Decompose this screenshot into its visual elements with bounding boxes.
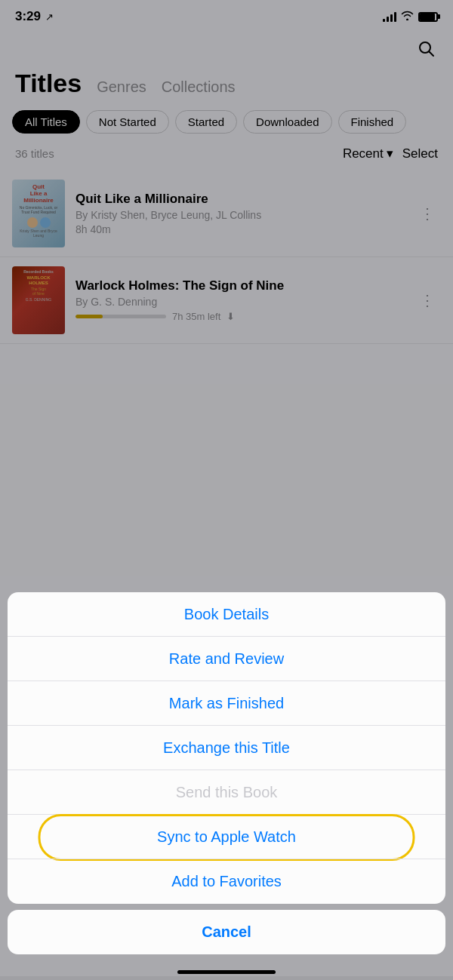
action-book-details[interactable]: Book Details: [8, 592, 445, 637]
action-rate-review[interactable]: Rate and Review: [8, 637, 445, 681]
action-sheet: Book Details Rate and Review Mark as Fin…: [0, 586, 453, 980]
action-mark-finished[interactable]: Mark as Finished: [8, 681, 445, 726]
action-exchange-title[interactable]: Exchange this Title: [8, 726, 445, 770]
action-sync-apple-watch[interactable]: Sync to Apple Watch: [8, 815, 445, 859]
action-send-book: Send this Book: [8, 770, 445, 815]
home-indicator: [177, 970, 276, 974]
action-add-favorites[interactable]: Add to Favorites: [8, 859, 445, 904]
action-cancel-button[interactable]: Cancel: [8, 910, 445, 954]
action-sheet-menu: Book Details Rate and Review Mark as Fin…: [8, 592, 445, 904]
